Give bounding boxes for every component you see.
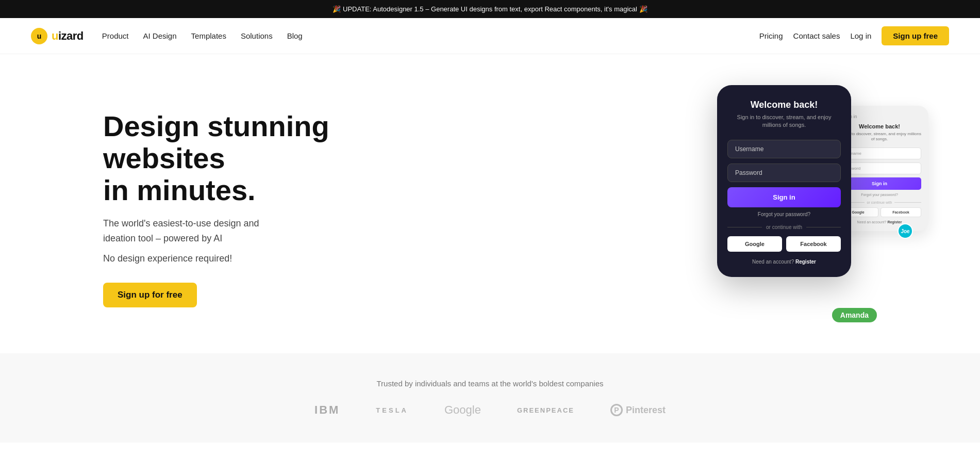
logo-pinterest: P Pinterest	[610, 404, 666, 416]
hero-note: No design experience required!	[103, 253, 329, 264]
logo-google: Google	[444, 403, 481, 417]
hero-section: Design stunning websites in minutes. The…	[0, 54, 980, 353]
nav-templates[interactable]: Templates	[191, 31, 226, 40]
amanda-label: Amanda	[832, 308, 877, 322]
phone-main: Welcome back! Sign in to discover, strea…	[717, 85, 851, 277]
divider-text: or continue with	[766, 224, 802, 230]
nav-product[interactable]: Product	[102, 31, 129, 40]
navbar: u uizard Product AI Design Templates Sol…	[0, 18, 980, 54]
cursor-amanda: Amanda	[832, 308, 877, 322]
trusted-logos: IBM TESLA Google GREENPEACE P Pinterest	[31, 403, 949, 417]
logo-ibm: IBM	[314, 403, 340, 417]
phone-main-register-link: Register	[795, 259, 816, 265]
pinterest-icon: P	[610, 404, 623, 416]
hero-text: Design stunning websites in minutes. The…	[103, 110, 329, 307]
phone-main-title: Welcome back!	[727, 100, 841, 110]
phone-main-password: Password	[727, 164, 841, 182]
nav-left: u uizard Product AI Design Templates Sol…	[31, 28, 303, 44]
divider-label: or continue with	[867, 201, 892, 204]
phone-main-divider: or continue with	[727, 224, 841, 230]
logo-greenpeace: GREENPEACE	[517, 406, 574, 414]
logo-tesla: TESLA	[376, 406, 408, 414]
phone-main-subtitle: Sign in to discover, stream, and enjoy m…	[727, 113, 841, 129]
nav-signup-button[interactable]: Sign up free	[882, 26, 949, 45]
hero-cta-button[interactable]: Sign up for free	[103, 283, 197, 307]
hero-visual: 2. Sign in Welcome back! Sign in to disc…	[650, 85, 918, 333]
phone-main-google: Google	[727, 236, 782, 252]
phone-sec-facebook: Facebook	[881, 207, 921, 217]
nav-links: Product AI Design Templates Solutions Bl…	[102, 31, 303, 40]
nav-blog[interactable]: Blog	[287, 31, 303, 40]
trusted-title: Trusted by individuals and teams at the …	[31, 379, 949, 388]
divider-line-r	[806, 227, 841, 227]
nav-contact-sales[interactable]: Contact sales	[793, 31, 840, 40]
pinterest-text: Pinterest	[626, 405, 666, 416]
phone-main-register: Need an account? Register	[727, 259, 841, 265]
announcement-text: 🎉 UPDATE: Autodesigner 1.5 – Generate UI…	[333, 5, 647, 13]
phone-main-social: Google Facebook	[727, 236, 841, 252]
nav-right: Pricing Contact sales Log in Sign up fre…	[759, 26, 949, 45]
announcement-bar: 🎉 UPDATE: Autodesigner 1.5 – Generate UI…	[0, 0, 980, 18]
avatar-joe: Joe	[898, 223, 913, 239]
nav-solutions[interactable]: Solutions	[241, 31, 273, 40]
nav-login[interactable]: Log in	[850, 31, 871, 40]
divider-line-l	[727, 227, 762, 227]
logo-text: uizard	[52, 29, 84, 43]
phone-main-username: Username	[727, 140, 841, 158]
phone-main-signin: Sign in	[727, 187, 841, 207]
trusted-section: Trusted by individuals and teams at the …	[0, 353, 980, 443]
phone-sec-register-link: Register	[887, 220, 902, 224]
nav-pricing[interactable]: Pricing	[759, 31, 783, 40]
nav-ai-design[interactable]: AI Design	[143, 31, 177, 40]
hero-title: Design stunning websites in minutes.	[103, 110, 329, 206]
logo[interactable]: u uizard	[31, 28, 84, 44]
logo-icon: u	[31, 28, 47, 44]
phone-main-facebook: Facebook	[786, 236, 841, 252]
divider-line-right	[894, 202, 921, 203]
phone-main-forgot: Forgot your password?	[727, 211, 841, 217]
hero-subtitle: The world's easiest-to-use design and id…	[103, 216, 329, 246]
